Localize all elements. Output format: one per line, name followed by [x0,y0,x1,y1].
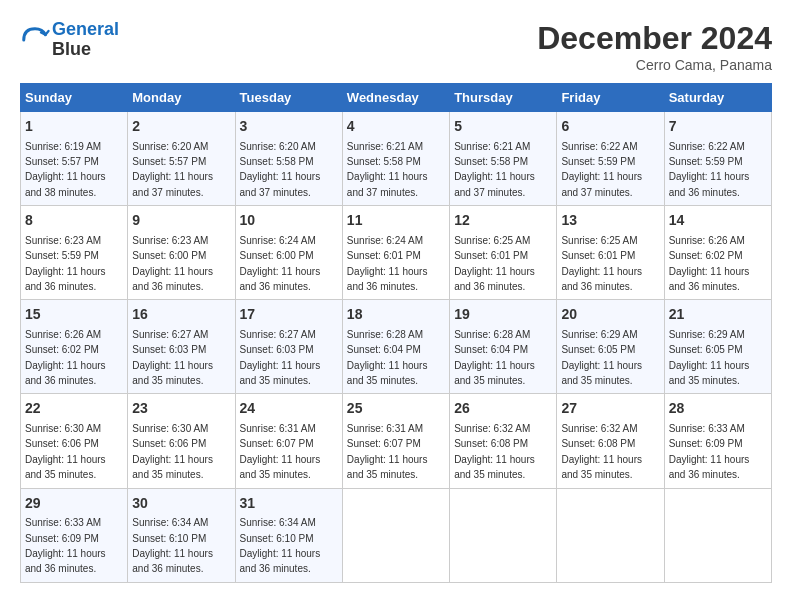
day-number: 23 [132,399,230,419]
day-info: Sunrise: 6:34 AMSunset: 6:10 PMDaylight:… [132,517,213,574]
day-number: 7 [669,117,767,137]
calendar-cell: 25Sunrise: 6:31 AMSunset: 6:07 PMDayligh… [342,394,449,488]
calendar-cell [664,488,771,582]
col-friday: Friday [557,84,664,112]
calendar-week-5: 29Sunrise: 6:33 AMSunset: 6:09 PMDayligh… [21,488,772,582]
day-info: Sunrise: 6:29 AMSunset: 6:05 PMDaylight:… [561,329,642,386]
calendar-cell: 19Sunrise: 6:28 AMSunset: 6:04 PMDayligh… [450,300,557,394]
day-number: 19 [454,305,552,325]
col-monday: Monday [128,84,235,112]
day-info: Sunrise: 6:25 AMSunset: 6:01 PMDaylight:… [561,235,642,292]
day-number: 25 [347,399,445,419]
day-info: Sunrise: 6:23 AMSunset: 6:00 PMDaylight:… [132,235,213,292]
day-number: 12 [454,211,552,231]
calendar-cell: 8Sunrise: 6:23 AMSunset: 5:59 PMDaylight… [21,206,128,300]
day-info: Sunrise: 6:28 AMSunset: 6:04 PMDaylight:… [454,329,535,386]
month-title: December 2024 [537,20,772,57]
day-number: 20 [561,305,659,325]
day-number: 6 [561,117,659,137]
calendar-week-1: 1Sunrise: 6:19 AMSunset: 5:57 PMDaylight… [21,112,772,206]
day-number: 24 [240,399,338,419]
calendar-week-4: 22Sunrise: 6:30 AMSunset: 6:06 PMDayligh… [21,394,772,488]
day-number: 11 [347,211,445,231]
day-info: Sunrise: 6:33 AMSunset: 6:09 PMDaylight:… [669,423,750,480]
day-number: 27 [561,399,659,419]
day-number: 4 [347,117,445,137]
calendar-cell: 2Sunrise: 6:20 AMSunset: 5:57 PMDaylight… [128,112,235,206]
day-info: Sunrise: 6:19 AMSunset: 5:57 PMDaylight:… [25,141,106,198]
title-area: December 2024 Cerro Cama, Panama [537,20,772,73]
day-number: 13 [561,211,659,231]
col-thursday: Thursday [450,84,557,112]
calendar-cell: 12Sunrise: 6:25 AMSunset: 6:01 PMDayligh… [450,206,557,300]
day-info: Sunrise: 6:32 AMSunset: 6:08 PMDaylight:… [561,423,642,480]
calendar-cell: 24Sunrise: 6:31 AMSunset: 6:07 PMDayligh… [235,394,342,488]
day-number: 16 [132,305,230,325]
col-wednesday: Wednesday [342,84,449,112]
day-info: Sunrise: 6:22 AMSunset: 5:59 PMDaylight:… [561,141,642,198]
calendar-cell: 5Sunrise: 6:21 AMSunset: 5:58 PMDaylight… [450,112,557,206]
calendar-cell: 18Sunrise: 6:28 AMSunset: 6:04 PMDayligh… [342,300,449,394]
logo: General Blue [20,20,119,60]
calendar-cell: 21Sunrise: 6:29 AMSunset: 6:05 PMDayligh… [664,300,771,394]
calendar-cell: 14Sunrise: 6:26 AMSunset: 6:02 PMDayligh… [664,206,771,300]
day-info: Sunrise: 6:31 AMSunset: 6:07 PMDaylight:… [347,423,428,480]
day-info: Sunrise: 6:28 AMSunset: 6:04 PMDaylight:… [347,329,428,386]
day-number: 5 [454,117,552,137]
day-number: 30 [132,494,230,514]
calendar-cell: 28Sunrise: 6:33 AMSunset: 6:09 PMDayligh… [664,394,771,488]
day-number: 10 [240,211,338,231]
logo-general: General [52,19,119,39]
calendar-table: Sunday Monday Tuesday Wednesday Thursday… [20,83,772,583]
day-info: Sunrise: 6:31 AMSunset: 6:07 PMDaylight:… [240,423,321,480]
day-number: 9 [132,211,230,231]
day-number: 14 [669,211,767,231]
calendar-cell [450,488,557,582]
logo-blue: Blue [52,40,119,60]
day-info: Sunrise: 6:24 AMSunset: 6:01 PMDaylight:… [347,235,428,292]
calendar-cell: 15Sunrise: 6:26 AMSunset: 6:02 PMDayligh… [21,300,128,394]
day-number: 28 [669,399,767,419]
day-number: 26 [454,399,552,419]
calendar-cell: 30Sunrise: 6:34 AMSunset: 6:10 PMDayligh… [128,488,235,582]
day-info: Sunrise: 6:29 AMSunset: 6:05 PMDaylight:… [669,329,750,386]
day-info: Sunrise: 6:26 AMSunset: 6:02 PMDaylight:… [25,329,106,386]
day-info: Sunrise: 6:23 AMSunset: 5:59 PMDaylight:… [25,235,106,292]
day-info: Sunrise: 6:26 AMSunset: 6:02 PMDaylight:… [669,235,750,292]
col-saturday: Saturday [664,84,771,112]
day-number: 21 [669,305,767,325]
day-info: Sunrise: 6:20 AMSunset: 5:58 PMDaylight:… [240,141,321,198]
calendar-cell: 6Sunrise: 6:22 AMSunset: 5:59 PMDaylight… [557,112,664,206]
col-sunday: Sunday [21,84,128,112]
day-info: Sunrise: 6:27 AMSunset: 6:03 PMDaylight:… [240,329,321,386]
calendar-week-3: 15Sunrise: 6:26 AMSunset: 6:02 PMDayligh… [21,300,772,394]
calendar-cell: 3Sunrise: 6:20 AMSunset: 5:58 PMDaylight… [235,112,342,206]
calendar-cell: 17Sunrise: 6:27 AMSunset: 6:03 PMDayligh… [235,300,342,394]
day-number: 18 [347,305,445,325]
day-info: Sunrise: 6:24 AMSunset: 6:00 PMDaylight:… [240,235,321,292]
calendar-cell: 31Sunrise: 6:34 AMSunset: 6:10 PMDayligh… [235,488,342,582]
day-info: Sunrise: 6:34 AMSunset: 6:10 PMDaylight:… [240,517,321,574]
day-info: Sunrise: 6:33 AMSunset: 6:09 PMDaylight:… [25,517,106,574]
calendar-cell: 10Sunrise: 6:24 AMSunset: 6:00 PMDayligh… [235,206,342,300]
day-info: Sunrise: 6:27 AMSunset: 6:03 PMDaylight:… [132,329,213,386]
calendar-header-row: Sunday Monday Tuesday Wednesday Thursday… [21,84,772,112]
day-number: 31 [240,494,338,514]
day-info: Sunrise: 6:30 AMSunset: 6:06 PMDaylight:… [132,423,213,480]
col-tuesday: Tuesday [235,84,342,112]
calendar-week-2: 8Sunrise: 6:23 AMSunset: 5:59 PMDaylight… [21,206,772,300]
calendar-cell: 11Sunrise: 6:24 AMSunset: 6:01 PMDayligh… [342,206,449,300]
day-number: 2 [132,117,230,137]
day-number: 1 [25,117,123,137]
calendar-cell: 20Sunrise: 6:29 AMSunset: 6:05 PMDayligh… [557,300,664,394]
calendar-cell [557,488,664,582]
page-header: General Blue December 2024 Cerro Cama, P… [20,20,772,73]
calendar-cell: 23Sunrise: 6:30 AMSunset: 6:06 PMDayligh… [128,394,235,488]
day-info: Sunrise: 6:20 AMSunset: 5:57 PMDaylight:… [132,141,213,198]
location-subtitle: Cerro Cama, Panama [537,57,772,73]
calendar-cell: 13Sunrise: 6:25 AMSunset: 6:01 PMDayligh… [557,206,664,300]
day-number: 22 [25,399,123,419]
calendar-cell: 1Sunrise: 6:19 AMSunset: 5:57 PMDaylight… [21,112,128,206]
day-number: 8 [25,211,123,231]
day-number: 29 [25,494,123,514]
